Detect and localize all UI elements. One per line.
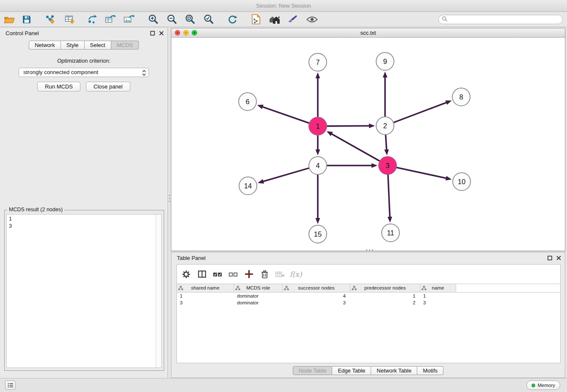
search-input[interactable] [449, 17, 562, 22]
node-15[interactable]: 15 [309, 225, 327, 243]
horizontal-splitter-handle[interactable] [364, 249, 375, 251]
edge-1-4[interactable] [316, 135, 320, 155]
select-all-icon[interactable] [212, 268, 223, 280]
control-panel-title: Control Panel [6, 30, 39, 36]
table-row[interactable]: 3dominator323 [177, 299, 560, 306]
close-window-icon[interactable]: × [175, 30, 180, 36]
table-tab-node-table[interactable]: Node Table [293, 366, 333, 375]
node-10[interactable]: 10 [453, 173, 471, 190]
table-tab-network-table[interactable]: Network Table [371, 366, 417, 375]
edge-3-1[interactable] [327, 131, 380, 161]
optimization-dropdown-value: strongly connected component [23, 69, 98, 75]
import-network-icon[interactable] [44, 13, 57, 26]
network-window-titlebar[interactable]: × − + scc.txt [171, 28, 565, 38]
node-3[interactable]: 3 [379, 157, 396, 174]
apply-style-icon[interactable] [286, 13, 299, 26]
edge-4-3[interactable] [327, 163, 377, 168]
close-table-panel-icon[interactable] [556, 255, 561, 261]
edge-3-11[interactable] [388, 174, 392, 223]
run-mcds-button[interactable]: Run MCDS [37, 82, 80, 91]
table-tab-edge-table[interactable]: Edge Table [332, 366, 371, 375]
eye-icon[interactable] [306, 13, 318, 26]
zoom-out-icon[interactable] [165, 13, 178, 26]
save-icon[interactable] [20, 13, 33, 26]
edge-2-3[interactable] [384, 135, 389, 155]
close-panel-icon[interactable] [159, 30, 164, 36]
node-14[interactable]: 14 [239, 177, 257, 195]
add-column-icon[interactable] [243, 268, 255, 280]
task-history-button[interactable] [5, 381, 16, 390]
node-8[interactable]: 8 [452, 88, 470, 106]
tab-select[interactable]: Select [85, 41, 111, 50]
unselect-all-icon[interactable] [227, 268, 239, 280]
export-network-icon[interactable] [86, 13, 99, 26]
search-field[interactable] [438, 15, 563, 24]
vertical-splitter-handle[interactable] [168, 195, 170, 206]
export-image-icon[interactable] [123, 13, 135, 26]
edge-2-9[interactable] [383, 72, 388, 117]
float-table-panel-icon[interactable] [547, 255, 553, 261]
column-header-shared-name[interactable]: shared name [177, 284, 234, 292]
svg-text:11: 11 [387, 229, 394, 237]
result-scrollbar[interactable] [156, 215, 161, 367]
zoom-in-icon[interactable] [147, 13, 160, 26]
function-builder-icon[interactable]: f(x) [290, 268, 302, 280]
minimize-window-icon[interactable]: − [183, 30, 189, 36]
maximize-window-icon[interactable]: + [192, 30, 197, 36]
zoom-fit-icon[interactable] [184, 13, 196, 26]
column-header-MCDS-role[interactable]: MCDS role [234, 284, 283, 292]
mcds-result-box: MCDS result (2 nodes) 1 3 [4, 210, 164, 371]
node-4[interactable]: 4 [309, 157, 327, 174]
home-icon[interactable] [268, 13, 281, 26]
edge-4-14[interactable] [258, 168, 309, 184]
trash-icon[interactable] [259, 268, 270, 280]
tab-network[interactable]: Network [29, 41, 61, 50]
column-header-successor-nodes[interactable]: successor nodes [283, 284, 350, 292]
refresh-icon[interactable] [226, 13, 239, 26]
tab-mcds[interactable]: MCDS [111, 41, 139, 50]
column-header-predecessor-nodes[interactable]: predecessor nodes [350, 284, 420, 292]
memory-label: Memory [537, 383, 555, 388]
node-6[interactable]: 6 [239, 93, 256, 110]
edge-3-10[interactable] [396, 167, 452, 180]
network-canvas[interactable]: 7968124314101511 [171, 38, 565, 251]
app-title: Session: New Session [256, 3, 311, 9]
zoom-selected-icon[interactable] [202, 13, 215, 26]
network-graph[interactable]: 7968124314101511 [171, 38, 565, 251]
table-panel-header: Table Panel [171, 252, 565, 264]
node-9[interactable]: 9 [376, 52, 394, 70]
node-2[interactable]: 2 [376, 117, 394, 135]
table-cell: 4 [283, 293, 350, 299]
svg-text:8: 8 [459, 93, 463, 101]
float-panel-icon[interactable] [150, 30, 155, 36]
node-1[interactable]: 1 [309, 117, 327, 135]
column-header-name[interactable]: name [420, 284, 456, 292]
edge-4-15[interactable] [316, 174, 320, 224]
search-icon [442, 16, 447, 23]
table-cell: 2 [350, 299, 420, 306]
split-columns-icon[interactable] [196, 268, 208, 280]
tab-style[interactable]: Style [61, 41, 85, 50]
document-network-icon[interactable] [250, 13, 262, 26]
import-table-icon[interactable] [64, 13, 77, 26]
export-table-icon[interactable] [104, 13, 117, 26]
optimization-dropdown[interactable]: strongly connected component [19, 68, 149, 77]
table-tab-motifs[interactable]: Motifs [417, 366, 443, 375]
node-11[interactable]: 11 [382, 224, 399, 242]
node-7[interactable]: 7 [309, 53, 327, 71]
open-folder-icon[interactable] [3, 13, 16, 26]
table-cell: 1 [420, 293, 456, 299]
gear-icon[interactable] [180, 268, 192, 280]
close-panel-button[interactable]: Close panel [86, 82, 130, 91]
memory-button[interactable]: Memory [526, 381, 560, 390]
delete-table-icon[interactable] [274, 268, 286, 280]
table-row[interactable]: 1dominator411 [177, 293, 560, 299]
edge-2-8[interactable] [394, 100, 452, 122]
svg-text:15: 15 [314, 230, 322, 238]
mcds-result-text: 1 3 [7, 215, 156, 367]
table-cell: dominator [234, 293, 283, 299]
edge-1-2[interactable] [327, 124, 375, 128]
edge-1-6[interactable] [257, 105, 310, 123]
edge-1-7[interactable] [316, 72, 320, 117]
mcds-result-title: MCDS result (2 nodes) [7, 207, 64, 213]
